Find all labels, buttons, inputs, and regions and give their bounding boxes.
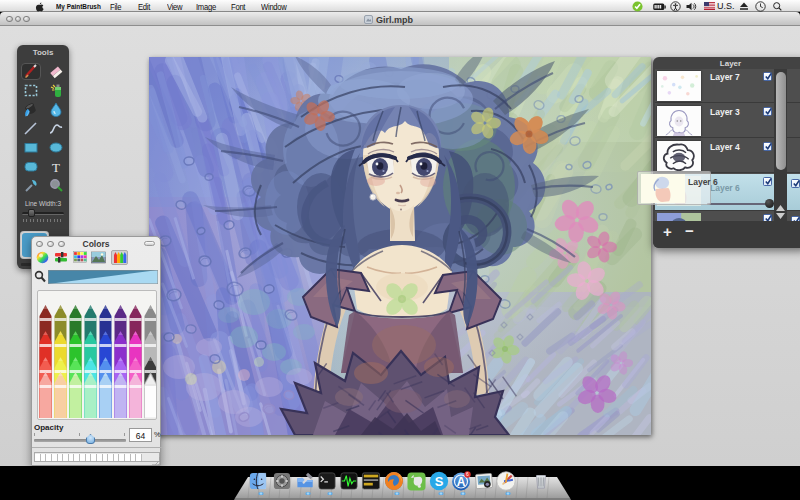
svg-text:6: 6 bbox=[466, 471, 469, 477]
svg-text:S: S bbox=[435, 474, 444, 489]
svg-text:T: T bbox=[52, 160, 60, 175]
